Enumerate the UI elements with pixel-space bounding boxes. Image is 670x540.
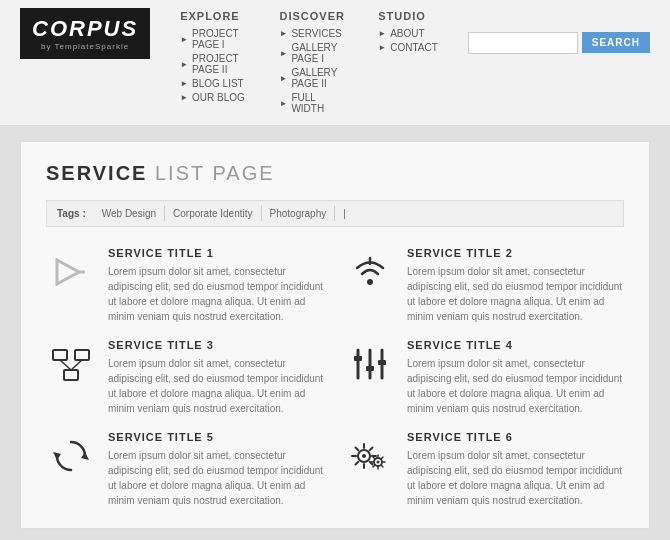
logo-title: CORPUS (32, 16, 138, 42)
nav-group-discover-label: DISCOVER (279, 10, 348, 22)
search-area: SEARCH (468, 10, 650, 117)
service-content-4: SERVICE TITLE 4 Lorem ipsum dolor sit am… (407, 339, 624, 416)
service-icon-4 (345, 339, 395, 389)
svg-rect-4 (53, 350, 67, 360)
arrow-right-icon (49, 250, 93, 294)
header: CORPUS by TemplateSparkle EXPLORE ►PROJE… (0, 0, 670, 126)
logo: CORPUS by TemplateSparkle (20, 8, 150, 59)
nav-arrow-icon: ► (180, 35, 188, 44)
nav-arrow-icon: ► (279, 99, 287, 108)
service-desc-3: Lorem ipsum dolor sit amet, consectetur … (108, 356, 325, 416)
main-background: SERVICE LIST PAGE Tags : Web Design Corp… (0, 126, 670, 540)
service-content-6: SERVICE TITLE 6 Lorem ipsum dolor sit am… (407, 431, 624, 508)
nav-arrow-icon: ► (279, 29, 287, 38)
svg-rect-6 (64, 370, 78, 380)
nav-item: ►ABOUT (378, 28, 438, 39)
service-icon-6 (345, 431, 395, 481)
sliders-icon (348, 342, 392, 386)
tag-photography[interactable]: Photography (262, 206, 336, 221)
svg-line-7 (60, 360, 71, 370)
service-item-5: SERVICE TITLE 5 Lorem ipsum dolor sit am… (46, 431, 325, 508)
nav-item: ►CONTACT (378, 42, 438, 53)
nav-explore-link-1[interactable]: PROJECT PAGE I (192, 28, 249, 50)
nav-arrow-icon: ► (180, 79, 188, 88)
nav-arrow-icon: ► (378, 43, 386, 52)
service-desc-5: Lorem ipsum dolor sit amet, consectetur … (108, 448, 325, 508)
svg-point-2 (367, 279, 373, 285)
cycle-arrows-icon (49, 434, 93, 478)
nav-explore-link-3[interactable]: BLOG LIST (192, 78, 244, 89)
nav-studio-link-2[interactable]: CONTACT (390, 42, 438, 53)
wifi-signal-icon (348, 250, 392, 294)
page-title-light: LIST PAGE (155, 162, 275, 184)
nav-explore-list: ►PROJECT PAGE I ►PROJECT PAGE II ►BLOG L… (180, 28, 249, 103)
service-item-1: SERVICE TITLE 1 Lorem ipsum dolor sit am… (46, 247, 325, 324)
nav-group-discover: DISCOVER ►SERVICES ►GALLERY PAGE I ►GALL… (279, 10, 348, 117)
nav-studio-link-1[interactable]: ABOUT (390, 28, 424, 39)
service-item-3: SERVICE TITLE 3 Lorem ipsum dolor sit am… (46, 339, 325, 416)
service-title-1: SERVICE TITLE 1 (108, 247, 325, 259)
service-title-3: SERVICE TITLE 3 (108, 339, 325, 351)
tag-web-design[interactable]: Web Design (94, 206, 165, 221)
nav-arrow-icon: ► (180, 93, 188, 102)
nav-explore-link-2[interactable]: PROJECT PAGE II (192, 53, 249, 75)
service-desc-6: Lorem ipsum dolor sit amet, consectetur … (407, 448, 624, 508)
svg-line-8 (71, 360, 82, 370)
services-grid: SERVICE TITLE 1 Lorem ipsum dolor sit am… (46, 247, 624, 508)
nav-item: ►PROJECT PAGE I (180, 28, 249, 50)
nav-group-studio-label: STUDIO (378, 10, 438, 22)
nav-group-studio: STUDIO ►ABOUT ►CONTACT (378, 10, 438, 117)
nav-item: ►GALLERY PAGE I (279, 42, 348, 64)
nav-item: ►BLOG LIST (180, 78, 249, 89)
content-card: SERVICE LIST PAGE Tags : Web Design Corp… (20, 141, 650, 529)
nav-discover-link-4[interactable]: FULL WIDTH (291, 92, 348, 114)
gears-icon (348, 434, 392, 478)
tag-separator: | (335, 206, 354, 221)
service-item-6: SERVICE TITLE 6 Lorem ipsum dolor sit am… (345, 431, 624, 508)
nav-arrow-icon: ► (279, 49, 287, 58)
nav-item: ►PROJECT PAGE II (180, 53, 249, 75)
service-item-4: SERVICE TITLE 4 Lorem ipsum dolor sit am… (345, 339, 624, 416)
service-icon-1 (46, 247, 96, 297)
nav-group-explore-label: EXPLORE (180, 10, 249, 22)
nav-discover-link-3[interactable]: GALLERY PAGE II (291, 67, 348, 89)
search-button[interactable]: SEARCH (582, 32, 650, 53)
service-content-2: SERVICE TITLE 2 Lorem ipsum dolor sit am… (407, 247, 624, 324)
service-title-5: SERVICE TITLE 5 (108, 431, 325, 443)
nav-discover-link-2[interactable]: GALLERY PAGE I (291, 42, 348, 64)
page-title: SERVICE LIST PAGE (46, 162, 624, 185)
service-title-4: SERVICE TITLE 4 (407, 339, 624, 351)
nav-group-explore: EXPLORE ►PROJECT PAGE I ►PROJECT PAGE II… (180, 10, 249, 117)
service-desc-1: Lorem ipsum dolor sit amet, consectetur … (108, 264, 325, 324)
nav-arrow-icon: ► (180, 60, 188, 69)
search-input[interactable] (468, 32, 578, 54)
logo-subtitle: by TemplateSparkle (32, 42, 138, 51)
svg-rect-14 (378, 360, 386, 365)
service-item-2: SERVICE TITLE 2 Lorem ipsum dolor sit am… (345, 247, 624, 324)
nav-item: ►GALLERY PAGE II (279, 67, 348, 89)
service-desc-2: Lorem ipsum dolor sit amet, consectetur … (407, 264, 624, 324)
svg-point-20 (377, 461, 380, 464)
service-desc-4: Lorem ipsum dolor sit amet, consectetur … (407, 356, 624, 416)
service-content-1: SERVICE TITLE 1 Lorem ipsum dolor sit am… (108, 247, 325, 324)
nav-groups: EXPLORE ►PROJECT PAGE I ►PROJECT PAGE II… (180, 8, 650, 117)
svg-point-18 (362, 454, 366, 458)
nav-item: ►SERVICES (279, 28, 348, 39)
service-icon-2 (345, 247, 395, 297)
nav-studio-list: ►ABOUT ►CONTACT (378, 28, 438, 53)
tag-corporate-identity[interactable]: Corporate Identity (165, 206, 262, 221)
svg-rect-13 (366, 366, 374, 371)
svg-rect-5 (75, 350, 89, 360)
page-title-bold: SERVICE LIST PAGE (46, 162, 275, 184)
service-title-2: SERVICE TITLE 2 (407, 247, 624, 259)
nav-discover-link-1[interactable]: SERVICES (291, 28, 341, 39)
service-content-5: SERVICE TITLE 5 Lorem ipsum dolor sit am… (108, 431, 325, 508)
nav-item: ►FULL WIDTH (279, 92, 348, 114)
nav-arrow-icon: ► (279, 74, 287, 83)
svg-rect-12 (354, 356, 362, 361)
nav-item: ►OUR BLOG (180, 92, 249, 103)
svg-marker-15 (81, 452, 89, 460)
computer-network-icon (49, 342, 93, 386)
svg-marker-16 (53, 452, 61, 460)
nav-explore-link-4[interactable]: OUR BLOG (192, 92, 245, 103)
